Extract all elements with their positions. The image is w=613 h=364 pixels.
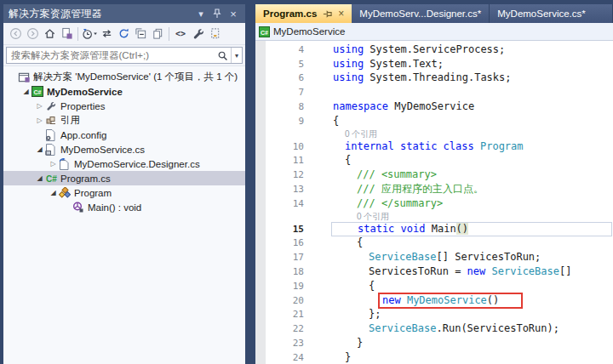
code-line-7[interactable]: 7 [255, 85, 613, 100]
code-line-16[interactable]: 16{ [255, 236, 613, 251]
code-line-6[interactable]: 6using System.Threading.Tasks; [255, 71, 613, 86]
code-line-9[interactable]: 9{ [255, 114, 613, 128]
codelens-references[interactable]: 0 个引用 [357, 212, 389, 221]
sync-active-document-icon[interactable] [98, 26, 115, 43]
navigation-bar[interactable]: C# MyDemoService [255, 23, 613, 41]
code-text: ServiceBase[] ServicesToRun; [331, 251, 613, 264]
line-number: 23 [266, 338, 304, 349]
code-token: new [382, 294, 401, 306]
forward-icon[interactable] [24, 26, 41, 43]
tree-item-app-config[interactable]: App.config [3, 128, 245, 142]
code-line-24[interactable]: 24} [255, 350, 613, 364]
home-icon[interactable] [41, 26, 58, 43]
line-number: 17 [266, 252, 304, 263]
pin-icon[interactable] [210, 7, 224, 20]
code-text: using System.Text; [331, 58, 613, 71]
back-icon[interactable] [7, 26, 24, 43]
code-line-13[interactable]: 13/// 应用程序的主入口点。 [255, 182, 613, 196]
tree-item-mydemoservice-cs[interactable]: ◢MyDemoService.cs [3, 142, 245, 156]
close-icon[interactable]: × [226, 7, 240, 20]
code-line-4[interactable]: 4using System.ServiceProcess; [255, 43, 613, 57]
tree-item-main-void[interactable]: Main() : void [3, 200, 245, 214]
code-token: MyDemoService [388, 100, 474, 112]
solution-explorer-toolbar: <> [3, 23, 245, 45]
pending-filter-icon[interactable] [81, 26, 98, 43]
expanded-arrow-icon[interactable]: ◢ [48, 189, 59, 196]
collapse-all-icon[interactable] [132, 26, 149, 43]
code-line-8[interactable]: 8namespace MyDemoService [255, 100, 613, 114]
code-line-23[interactable]: 23} [255, 336, 613, 350]
refresh-icon[interactable] [115, 26, 132, 43]
tab-mydemoserv-designer-cs[interactable]: MyDemoServ...Designer.cs* [352, 4, 490, 23]
wrench-icon[interactable] [189, 26, 206, 43]
collapsed-arrow-icon[interactable]: ▷ [34, 117, 45, 124]
code-token: Program [480, 140, 524, 152]
code-line-11[interactable]: 11{ [255, 154, 613, 168]
annotation-red-box: new MyDemoService() [378, 293, 523, 309]
line-number: 24 [266, 352, 304, 363]
window-position-icon[interactable]: ▾ [194, 7, 208, 20]
tree-item-label: Main() : void [87, 202, 141, 213]
code-line-14[interactable]: 14/// </summary> [255, 196, 613, 211]
expanded-arrow-icon[interactable]: ◢ [20, 88, 32, 95]
tab-mydemoservice-cs[interactable]: MyDemoService.cs* [490, 4, 613, 23]
search-options-dropdown[interactable]: ▾ [231, 48, 242, 63]
tree-item-program-cs[interactable]: ◢C#Program.cs [3, 171, 245, 185]
search-icon[interactable] [214, 50, 231, 61]
code-line-17[interactable]: 17ServiceBase[] ServicesToRun; [255, 250, 613, 264]
code-token: [] [559, 265, 571, 277]
codelens-references[interactable]: 0 个引用 [345, 129, 377, 139]
search-row: ▾ [3, 45, 245, 65]
code-line-21[interactable]: 21}; [255, 308, 613, 322]
collapsed-arrow-icon[interactable]: ▷ [48, 160, 59, 168]
codelens-row[interactable]: 0 个引用 [255, 211, 613, 222]
code-text: } [331, 351, 613, 364]
breadcrumb-project-name[interactable]: MyDemoService [273, 26, 345, 37]
tree-item-program[interactable]: ◢Program [3, 185, 245, 200]
code-token: ServiceBase [369, 322, 436, 334]
code-line-19[interactable]: 19{ [255, 279, 613, 293]
code-line-22[interactable]: 22ServiceBase.Run(ServicesToRun); [255, 321, 613, 336]
code-token: { [345, 154, 351, 166]
code-line-12[interactable]: 12/// <summary> [255, 168, 613, 182]
code-line-15[interactable]: 15static void Main() [255, 222, 613, 236]
code-text: using System.ServiceProcess; [331, 43, 613, 56]
tree-item-mydemoservice-designer-cs[interactable]: ▷MyDemoService.Designer.cs [3, 156, 245, 171]
tree-item-mydemoservice[interactable]: ◢C#MyDemoService [3, 84, 245, 99]
tab-program-cs[interactable]: Program.cs× [255, 4, 352, 23]
code-line-18[interactable]: 18ServicesToRun = new ServiceBase[] [255, 264, 613, 279]
collapsed-arrow-icon[interactable]: ▷ [34, 102, 45, 110]
line-number: 6 [266, 72, 304, 83]
expanded-arrow-icon[interactable]: ◢ [34, 145, 45, 153]
switch-views-icon[interactable] [58, 26, 75, 43]
code-line-20[interactable]: 20new MyDemoService() [255, 293, 613, 308]
tab-close-icon[interactable]: × [338, 8, 344, 20]
tree-item-properties[interactable]: ▷Properties [3, 99, 245, 113]
tree-item-row-3[interactable]: ▷引用 [3, 113, 245, 128]
code-line-5[interactable]: 5using System.Text; [255, 57, 613, 71]
code-token: Main [425, 223, 455, 235]
code-token: using [333, 71, 364, 83]
svg-text:C#: C# [261, 29, 268, 35]
code-token: .Run(ServicesToRun); [436, 322, 559, 334]
tree-item-label: App.config [60, 130, 106, 140]
tree-item-label: MyDemoService.cs [60, 145, 145, 155]
code-editor[interactable]: 4using System.ServiceProcess;5using Syst… [255, 41, 613, 364]
solution-explorer-titlebar[interactable]: 解决方案资源管理器 ▾ × [3, 4, 245, 23]
code-text: /// <summary> [331, 168, 613, 181]
code-token: System.Text; [364, 58, 444, 70]
toolbar-separator [77, 27, 78, 41]
code-token: static void [358, 223, 425, 235]
code-line-10[interactable]: 10internal static class Program [255, 139, 613, 154]
properties-icon[interactable] [149, 26, 166, 43]
view-code-icon[interactable]: <> [172, 26, 189, 43]
search-input[interactable] [7, 50, 214, 60]
tab-pin-icon[interactable] [323, 9, 332, 19]
tree-item-mydemoservice-1-1[interactable]: 解决方案 'MyDemoService' (1 个项目，共 1 个) [3, 70, 245, 84]
tree-item-label: Program [73, 188, 112, 198]
code-text: using System.Threading.Tasks; [331, 71, 613, 84]
codelens-row[interactable]: 0 个引用 [255, 128, 613, 139]
expanded-arrow-icon[interactable]: ◢ [34, 174, 45, 182]
show-all-files-icon[interactable] [206, 26, 223, 43]
code-token: [] ServicesToRun; [436, 251, 541, 263]
